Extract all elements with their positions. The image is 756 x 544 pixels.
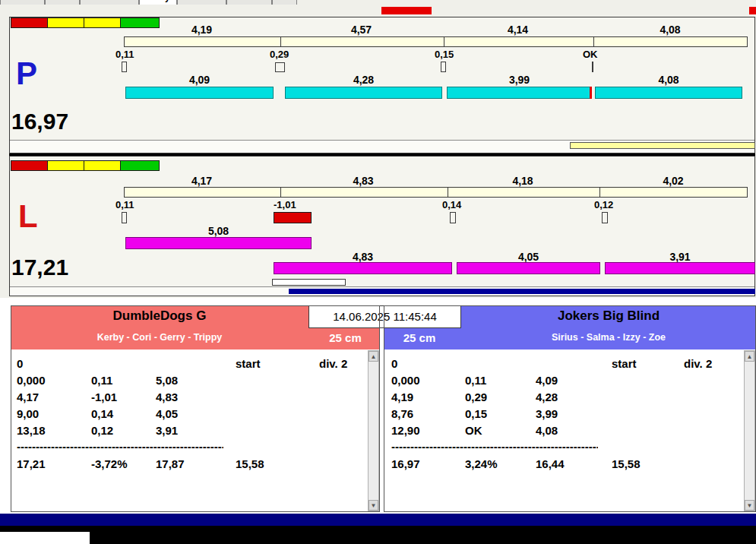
red-indicator-bar-1 [381, 7, 432, 14]
l-split-bar [124, 187, 748, 198]
l-early-start-bar [274, 212, 312, 223]
p-reaction-1: 0,11 [115, 49, 161, 59]
p-dog-bar-2 [285, 87, 442, 99]
l-reaction-marker-1 [122, 212, 127, 223]
l-dog-bar-1 [125, 237, 312, 249]
l-split-divider-3 [599, 188, 600, 197]
bottom-black-bar [0, 526, 756, 544]
tab-grafy[interactable]: Grafy [139, 0, 176, 5]
p-split-divider-1 [280, 37, 281, 46]
p-dog-bar-3 [447, 87, 592, 99]
l-reaction-marker-3 [450, 212, 456, 223]
p-dog-bar-1 [125, 87, 274, 99]
tab-bar: Rozběh Čidla Kombi Graf Grafy Družstva K… [0, 0, 297, 5]
lane-letter-l: L [18, 201, 38, 232]
l-start-light-yellow-2 [84, 160, 121, 171]
l-total-time: 17,21 [11, 256, 68, 279]
p-dog-bar-3-red-tick [590, 87, 592, 99]
tab-kr-st[interactable]: KR / ST [226, 0, 272, 5]
p-split-divider-2 [444, 37, 444, 46]
l-split-2: 4,83 [280, 175, 447, 186]
l-dog-time-1: 5,08 [125, 225, 312, 236]
p-reaction-marker-2 [275, 62, 285, 72]
l-dog-time-4: 3,91 [605, 251, 755, 262]
tab-druzstva[interactable]: Družstva [177, 0, 226, 5]
l-split-1: 4,17 [124, 175, 280, 186]
l-start-light-red [11, 160, 48, 171]
team-left-panel-frame [11, 305, 380, 512]
l-dog-bar-3 [457, 262, 600, 274]
p-reaction-marker-4 [592, 62, 593, 72]
tab-cidla[interactable]: Čidla [45, 0, 79, 5]
l-navy-progress-bar [289, 289, 755, 294]
l-reaction-marker-4 [602, 212, 608, 223]
p-total-time: 16,97 [11, 110, 68, 133]
l-start-light-yellow-1 [47, 160, 84, 171]
l-reaction-3: 0,14 [442, 199, 488, 210]
p-split-divider-3 [593, 37, 594, 46]
p-dog-bar-4 [595, 87, 742, 99]
p-dog-time-3: 3,99 [447, 74, 592, 85]
l-split-divider-1 [280, 188, 281, 197]
l-split-3: 4,18 [447, 175, 599, 186]
l-dog-time-2: 4,83 [274, 251, 452, 262]
l-dog-time-3: 4,05 [457, 251, 600, 262]
p-progress-bar [570, 142, 755, 149]
start-light-red [11, 17, 48, 28]
p-split-1: 4,19 [124, 24, 280, 35]
lane-letter-p: P [16, 58, 37, 90]
p-split-2: 4,57 [280, 24, 443, 35]
p-reaction-3: 0,15 [435, 49, 480, 59]
bottom-navy-bar [0, 514, 756, 526]
red-indicator-bar-2 [749, 7, 756, 14]
l-split-divider-2 [448, 188, 448, 197]
p-dog-time-4: 4,08 [595, 74, 742, 85]
p-reaction-marker-3 [441, 62, 446, 72]
l-dog-bar-4 [605, 262, 755, 274]
l-reaction-2: -1,01 [274, 199, 319, 210]
l-start-light-green [120, 160, 160, 171]
p-dog-time-1: 4,09 [125, 74, 274, 85]
p-split-4: 4,08 [593, 24, 748, 35]
tab-dl[interactable]: DL [272, 0, 297, 5]
start-light-yellow-2 [84, 17, 121, 28]
l-empty-progress-box [272, 279, 346, 286]
l-split-4: 4,02 [599, 175, 748, 186]
l-reaction-1: 0,11 [115, 199, 161, 210]
team-right-panel-frame [384, 305, 756, 512]
p-reaction-marker-1 [122, 62, 127, 72]
p-dog-time-2: 4,28 [285, 74, 442, 85]
p-reaction-4: OK [583, 49, 628, 59]
p-split-3: 4,14 [443, 24, 593, 35]
tab-rozbeh[interactable]: Rozběh [0, 0, 45, 5]
p-split-bar [124, 36, 748, 47]
app-window: Rozběh Čidla Kombi Graf Grafy Družstva K… [0, 0, 756, 544]
p-reaction-2: 0,29 [270, 49, 315, 59]
tab-kombi-graf[interactable]: Kombi Graf [80, 0, 140, 5]
bottom-left-white-block [0, 532, 90, 544]
l-dog-bar-2 [274, 262, 452, 274]
start-light-yellow-1 [47, 17, 84, 28]
l-reaction-4: 0,12 [594, 199, 640, 210]
